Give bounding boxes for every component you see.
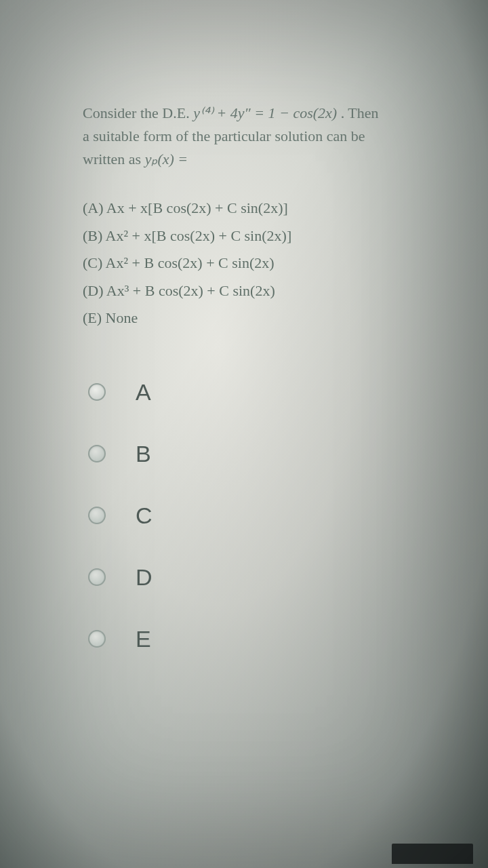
radio-group: A B C D E — [83, 379, 442, 652]
q-line2: a suitable form of the particular soluti… — [83, 127, 365, 144]
radio-row-c[interactable]: C — [83, 502, 442, 529]
radio-row-e[interactable]: E — [83, 626, 442, 652]
choice-text-d: (D) Ax³ + B cos(2x) + C sin(2x) — [83, 278, 442, 304]
radio-row-d[interactable]: D — [83, 564, 442, 591]
radio-label-b: B — [136, 441, 151, 467]
choice-text-b: (B) Ax² + x[B cos(2x) + C sin(2x)] — [83, 223, 442, 250]
radio-label-a: A — [136, 379, 151, 406]
question-stem: Consider the D.E. y⁽⁴⁾ + 4y″ = 1 − cos(2… — [83, 102, 442, 171]
radio-row-a[interactable]: A — [83, 379, 442, 406]
radio-d[interactable] — [88, 568, 106, 586]
taskbar-fragment — [392, 844, 473, 864]
q-line1-post: . Then — [341, 104, 379, 121]
q-line3-pre: written as — [83, 151, 145, 167]
radio-a[interactable] — [88, 383, 106, 401]
question-sheet: Consider the D.E. y⁽⁴⁾ + 4y″ = 1 − cos(2… — [15, 0, 476, 868]
choice-text-c: (C) Ax² + B cos(2x) + C sin(2x) — [83, 250, 442, 277]
choice-text-e: (E) None — [83, 305, 442, 332]
radio-label-d: D — [136, 564, 152, 591]
radio-row-b[interactable]: B — [83, 441, 442, 467]
q-line3-eq: yₚ(x) = — [145, 151, 188, 167]
radio-b[interactable] — [88, 445, 106, 462]
radio-e[interactable] — [88, 630, 106, 648]
radio-label-c: C — [136, 502, 152, 529]
q-line1-eq: y⁽⁴⁾ + 4y″ = 1 − cos(2x) — [193, 104, 337, 121]
radio-label-e: E — [136, 626, 151, 652]
choice-text-block: (A) Ax + x[B cos(2x) + C sin(2x)] (B) Ax… — [83, 195, 442, 332]
q-line1-pre: Consider the D.E. — [83, 104, 193, 121]
choice-text-a: (A) Ax + x[B cos(2x) + C sin(2x)] — [83, 195, 442, 222]
radio-c[interactable] — [88, 507, 106, 524]
